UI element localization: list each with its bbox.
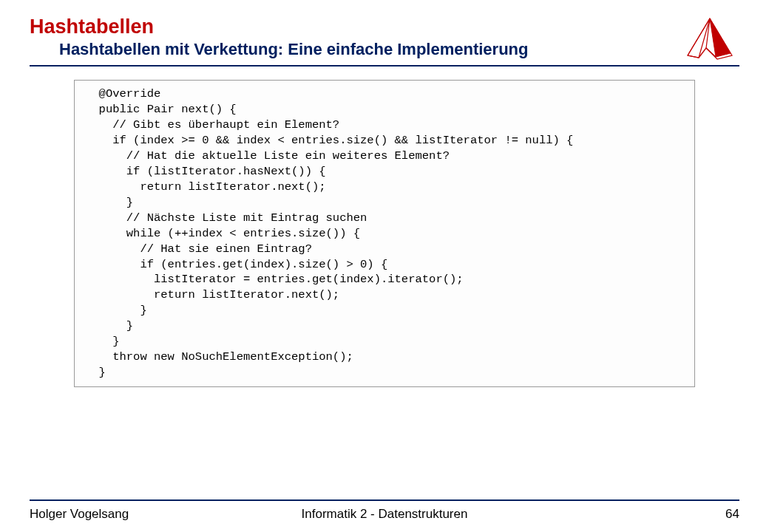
footer-course: Informatik 2 - Datenstrukturen [30,507,739,522]
institution-logo-icon [680,15,739,66]
footer-divider [30,499,739,501]
code-block: @Override public Pair next() { // Gibt e… [74,80,695,387]
slide-title: Hashtabellen [30,15,739,38]
footer: Holger Vogelsang Informatik 2 - Datenstr… [30,507,739,522]
header-divider [30,65,739,66]
slide-subtitle: Hashtabellen mit Verkettung: Eine einfac… [30,40,739,59]
